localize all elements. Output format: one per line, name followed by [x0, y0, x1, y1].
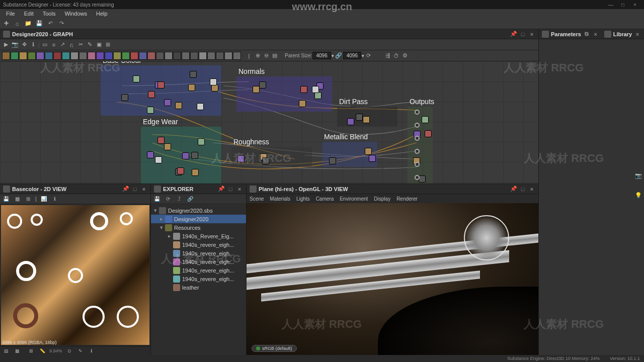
- graph-node[interactable]: [419, 175, 426, 183]
- graph-node[interactable]: [148, 91, 155, 98]
- parameters-header[interactable]: Parameters ⧉ × Library ×: [539, 29, 644, 39]
- resource-item[interactable]: 1940s_revere_eigh...: [151, 240, 246, 249]
- ruler-icon[interactable]: 📏: [38, 347, 46, 355]
- pin-icon[interactable]: 📌: [510, 31, 517, 38]
- resource-item[interactable]: 1940s_revere_eigh...: [151, 257, 246, 266]
- home-icon[interactable]: ⌂: [13, 20, 21, 28]
- resource-item[interactable]: ▸1940s_Revere_Eig...: [151, 232, 246, 240]
- output-node[interactable]: [415, 123, 420, 128]
- graph-node[interactable]: [312, 86, 319, 93]
- graph-frame[interactable]: Base Colour: [101, 65, 221, 116]
- palette-node[interactable]: [156, 52, 164, 60]
- menu-camera[interactable]: Camera: [316, 196, 334, 202]
- arrow-icon[interactable]: ↗: [59, 41, 67, 49]
- window-maximize-button[interactable]: □: [617, 2, 629, 8]
- graph-node[interactable]: [175, 102, 182, 109]
- edit-icon[interactable]: ✎: [86, 41, 94, 49]
- close-icon[interactable]: ×: [236, 186, 243, 193]
- graph-node[interactable]: [259, 81, 266, 88]
- render-icon[interactable]: ▶: [2, 41, 10, 49]
- graph-node[interactable]: [211, 84, 218, 92]
- maximize-icon[interactable]: □: [519, 186, 526, 193]
- light-toggle-icon[interactable]: 💡: [635, 192, 642, 199]
- menu-environment[interactable]: Environment: [340, 196, 368, 202]
- view3d-viewport[interactable]: sRGB (default): [247, 203, 538, 355]
- graph-node[interactable]: [363, 116, 370, 123]
- view3d-header[interactable]: Plane (hi-res) - OpenGL - 3D VIEW 📌 □ ×: [247, 184, 538, 194]
- colorspace-pill[interactable]: sRGB (default): [252, 345, 297, 352]
- graph-frame[interactable]: Outputs: [408, 107, 433, 184]
- grid-toggle-icon[interactable]: ⊞: [27, 347, 35, 355]
- graph-node[interactable]: [210, 78, 217, 85]
- graph-frame[interactable]: Metallic Blend: [322, 142, 377, 167]
- output-node[interactable]: [415, 162, 420, 167]
- palette-node[interactable]: [147, 52, 155, 60]
- menu-edit[interactable]: Edit: [20, 10, 38, 18]
- graph-node[interactable]: [299, 100, 306, 107]
- undo-icon[interactable]: ↶: [46, 20, 54, 28]
- palette-node[interactable]: [165, 52, 173, 60]
- parameters-body[interactable]: [539, 39, 644, 355]
- palette-node[interactable]: [139, 52, 147, 60]
- graph-node[interactable]: [198, 138, 205, 145]
- palette-node[interactable]: [130, 52, 138, 60]
- menu-tools[interactable]: Tools: [39, 10, 60, 18]
- frame-icon[interactable]: ▭: [41, 41, 49, 49]
- resource-item[interactable]: leather: [151, 283, 246, 292]
- menu-file[interactable]: File: [2, 10, 19, 18]
- flow-icon[interactable]: ⇶: [384, 52, 392, 60]
- resource-item[interactable]: 1940s_revere_eigh...: [151, 275, 246, 283]
- palette-node[interactable]: [224, 52, 232, 60]
- palette-node[interactable]: [28, 52, 36, 60]
- save-icon[interactable]: 💾: [153, 195, 161, 203]
- close-icon[interactable]: ×: [528, 186, 535, 193]
- explorer-tree[interactable]: ▾Designer2020.sbs ▸Designer2020 ▾Resourc…: [151, 204, 246, 355]
- graph-canvas[interactable]: Base ColourNormalsDirt PassOutputsEdge W…: [0, 61, 538, 184]
- camera-icon[interactable]: 📷: [11, 41, 19, 49]
- output-node[interactable]: [415, 110, 420, 115]
- menu-lights[interactable]: Lights: [296, 196, 310, 202]
- graph-node[interactable]: [188, 84, 195, 91]
- zoom-reset-icon[interactable]: ⊙: [65, 347, 73, 355]
- save-icon[interactable]: 💾: [35, 20, 43, 28]
- graph-node[interactable]: [121, 94, 128, 101]
- palette-node[interactable]: [182, 52, 190, 60]
- palette-node[interactable]: [2, 52, 10, 60]
- palette-node[interactable]: [88, 52, 96, 60]
- palette-node[interactable]: [62, 52, 70, 60]
- graph-node[interactable]: [191, 152, 198, 159]
- tile-icon[interactable]: ⊞: [24, 195, 32, 203]
- palette-node[interactable]: [233, 52, 241, 60]
- popout-icon[interactable]: ⧉: [583, 31, 590, 38]
- refresh-icon[interactable]: ⟳: [164, 195, 172, 203]
- graph-node[interactable]: [300, 86, 307, 93]
- graph-frame[interactable]: Edge Wear: [141, 127, 221, 184]
- menu-windows[interactable]: Windows: [60, 10, 91, 18]
- palette-node[interactable]: [207, 52, 215, 60]
- graph-node[interactable]: [422, 116, 429, 123]
- graph-node[interactable]: [164, 143, 171, 150]
- compass-icon[interactable]: ✥: [20, 41, 28, 49]
- menu-renderer[interactable]: Renderer: [396, 196, 418, 202]
- graph-node[interactable]: [147, 107, 154, 114]
- graph-node[interactable]: [329, 157, 336, 164]
- window-close-button[interactable]: ×: [629, 2, 641, 8]
- menu-display[interactable]: Display: [374, 196, 390, 202]
- close-icon[interactable]: ×: [140, 186, 147, 193]
- graph-node[interactable]: [133, 75, 140, 82]
- menu-materials[interactable]: Materials: [270, 196, 290, 202]
- grid-icon[interactable]: ⊞: [104, 41, 112, 49]
- close-icon[interactable]: ×: [592, 31, 599, 38]
- palette-node[interactable]: [70, 52, 78, 60]
- menu-scene[interactable]: Scene: [250, 196, 264, 202]
- maximize-icon[interactable]: □: [519, 31, 526, 38]
- palette-node[interactable]: [53, 52, 61, 60]
- maximize-icon[interactable]: □: [227, 186, 234, 193]
- info-icon[interactable]: ℹ: [88, 347, 96, 355]
- graph-node[interactable]: [147, 151, 154, 158]
- rgba-icon[interactable]: ▦: [13, 347, 21, 355]
- close-icon[interactable]: ×: [634, 31, 641, 38]
- graph-node[interactable]: [155, 156, 162, 163]
- export-icon[interactable]: ⤴: [175, 195, 183, 203]
- maximize-icon[interactable]: □: [131, 186, 138, 193]
